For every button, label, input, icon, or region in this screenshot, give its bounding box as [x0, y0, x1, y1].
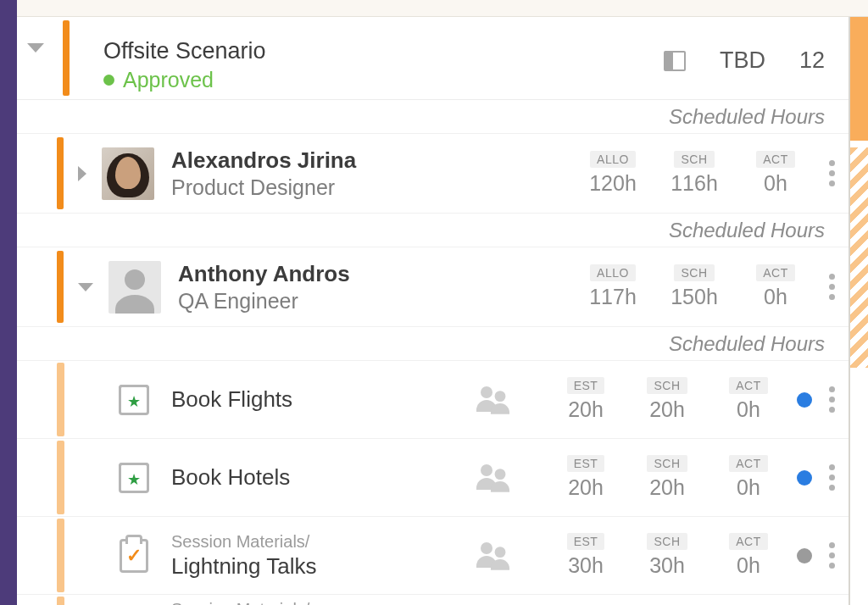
metric-value-act: 0h: [712, 397, 785, 422]
expand-toggle-icon[interactable]: [78, 166, 86, 181]
project-color-bar: [63, 20, 70, 96]
avatar[interactable]: [108, 261, 161, 314]
assignees-icon[interactable]: [476, 542, 512, 569]
task-row[interactable]: ★ Book Hotels EST 20h SCH 20h ACT: [17, 439, 849, 517]
row-menu-button[interactable]: [824, 155, 840, 191]
project-title: Offsite Scenario: [103, 38, 266, 64]
status-dot-icon: [103, 75, 114, 86]
resource-role: Product Designer: [171, 175, 576, 200]
collapse-toggle-icon[interactable]: [27, 43, 44, 53]
project-status: Approved: [123, 68, 214, 92]
metric-label-act: ACT: [729, 533, 768, 550]
resource-color-bar: [57, 137, 64, 209]
metrics-group: ALLO 117h SCH 150h ACT 0h: [576, 264, 812, 309]
metrics-group: EST 20h SCH 20h ACT 0h: [549, 455, 785, 500]
row-menu-button[interactable]: [824, 269, 840, 305]
resource-panel: Offsite Scenario Approved TBD 12 Schedul…: [17, 17, 850, 605]
metric-value-est: 20h: [549, 397, 622, 422]
timeline-hatched-region: [850, 147, 868, 368]
scheduled-hours-row: Scheduled Hours: [17, 327, 849, 361]
metric-label-sch: SCH: [647, 533, 687, 550]
metric-value-sch: 150h: [658, 285, 731, 309]
row-menu-button[interactable]: [824, 459, 840, 496]
collapse-toggle-icon[interactable]: [78, 283, 93, 291]
resource-role: QA Engineer: [178, 289, 576, 314]
metric-value-est: 30h: [549, 553, 622, 578]
metric-label-act: ACT: [756, 264, 795, 281]
resource-row[interactable]: Alexandros Jirina Product Designer ALLO …: [17, 134, 849, 214]
metric-value-act: 0h: [739, 171, 812, 196]
row-menu-button[interactable]: [824, 381, 840, 418]
resource-color-bar: [57, 251, 64, 323]
task-breadcrumb: Session Materials/: [171, 600, 849, 605]
status-dot-icon[interactable]: [797, 392, 812, 408]
sidebar-strip: [0, 0, 17, 605]
resource-row[interactable]: Anthony Andros QA Engineer ALLO 117h SCH…: [17, 247, 849, 327]
metric-value-est: 20h: [549, 475, 622, 500]
status-dot-icon[interactable]: [797, 548, 812, 563]
metric-label-est: EST: [567, 533, 605, 550]
topbar: [17, 0, 868, 17]
avatar[interactable]: [102, 147, 154, 200]
assignees-icon[interactable]: [476, 386, 512, 414]
metric-value-allo: 117h: [576, 285, 649, 309]
task-row-partial[interactable]: Session Materials/: [17, 595, 849, 605]
metric-label-est: EST: [567, 377, 605, 394]
metric-label-sch: SCH: [674, 151, 714, 168]
metric-label-allo: ALLO: [590, 264, 636, 281]
scheduled-hours-row: Scheduled Hours: [17, 100, 849, 134]
project-dates: TBD: [720, 47, 765, 74]
metric-value-sch: 30h: [631, 553, 704, 578]
clipboard-check-icon: ✓: [120, 539, 148, 573]
task-row[interactable]: ★ Book Flights EST 20h SCH 20h ACT: [17, 361, 849, 439]
metrics-group: ALLO 120h SCH 116h ACT 0h: [576, 151, 812, 196]
metric-label-act: ACT: [729, 377, 768, 394]
metric-label-sch: SCH: [674, 264, 714, 281]
task-title: Book Flights: [171, 386, 476, 413]
panel-layout-icon[interactable]: [664, 51, 686, 71]
metric-label-est: EST: [567, 455, 605, 472]
metric-value-sch: 20h: [631, 475, 704, 500]
metric-value-sch: 116h: [658, 171, 731, 196]
status-dot-icon[interactable]: [797, 470, 812, 486]
metric-value-act: 0h: [712, 553, 785, 578]
resource-name: Alexandros Jirina: [171, 147, 576, 174]
resource-name: Anthony Andros: [178, 261, 576, 287]
milestone-star-icon: ★: [119, 385, 149, 415]
project-header-row[interactable]: Offsite Scenario Approved TBD 12: [17, 17, 849, 100]
metric-label-sch: SCH: [647, 377, 687, 394]
task-color-bar: [57, 519, 64, 592]
scheduled-hours-label: Scheduled Hours: [669, 219, 825, 242]
metric-value-act: 0h: [712, 475, 785, 500]
timeline-project-bar: [850, 17, 868, 144]
metrics-group: EST 30h SCH 30h ACT 0h: [549, 533, 785, 578]
metric-label-sch: SCH: [647, 455, 687, 472]
scheduled-hours-label: Scheduled Hours: [669, 332, 825, 356]
scheduled-hours-label: Scheduled Hours: [669, 105, 825, 129]
task-title: Book Hotels: [171, 464, 476, 491]
task-breadcrumb: Session Materials/: [171, 532, 476, 552]
metric-value-act: 0h: [739, 285, 812, 309]
metrics-group: EST 20h SCH 20h ACT 0h: [549, 377, 785, 422]
task-title: Lightning Talks: [171, 553, 476, 580]
scheduled-hours-row: Scheduled Hours: [17, 214, 849, 247]
metric-value-allo: 120h: [576, 171, 649, 196]
row-menu-button[interactable]: [824, 537, 840, 574]
metric-label-allo: ALLO: [590, 151, 636, 168]
task-color-bar: [57, 363, 64, 436]
project-count: 12: [799, 47, 825, 74]
task-color-bar: [57, 441, 64, 514]
metric-label-act: ACT: [729, 455, 768, 472]
task-row[interactable]: ✓ Session Materials/ Lightning Talks EST…: [17, 517, 849, 595]
milestone-star-icon: ★: [119, 463, 149, 493]
assignees-icon[interactable]: [476, 464, 512, 491]
metric-label-act: ACT: [756, 151, 795, 168]
timeline-gutter: [850, 17, 868, 605]
task-color-bar: [57, 597, 64, 605]
metric-value-sch: 20h: [631, 397, 704, 422]
